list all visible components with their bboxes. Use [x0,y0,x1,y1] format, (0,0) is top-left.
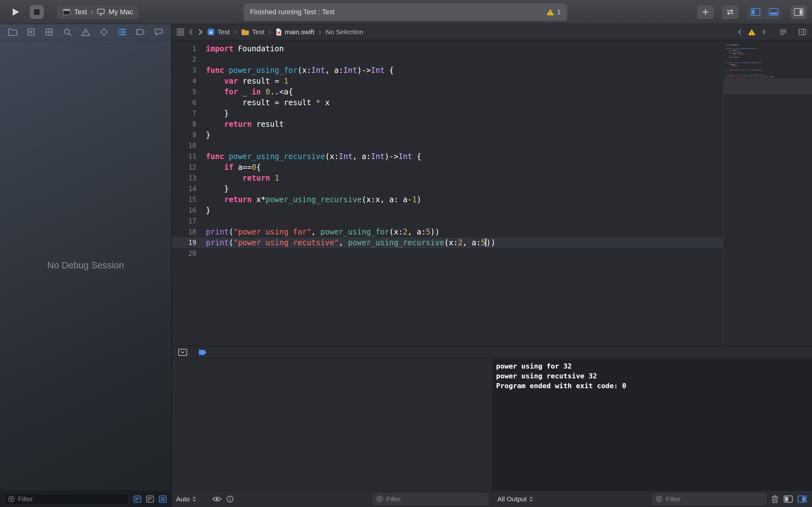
variables-filter-field[interactable] [373,493,488,505]
breakpoint-navigator-tab[interactable] [135,26,146,38]
console-output[interactable]: power using for 32power using recutsive … [493,359,812,491]
scheme-selector[interactable]: Test › My Mac [57,5,139,19]
report-navigator-tab[interactable] [153,26,164,38]
variables-list[interactable] [171,359,493,491]
breadcrumb-separator: › [319,28,321,36]
console-view-bar: All Output [493,491,812,507]
print-description-button[interactable] [226,495,234,503]
panel-toggle-group [747,5,782,19]
clear-console-button[interactable] [771,495,779,503]
debug-panel-icon [768,8,779,16]
debug-filter-button-3[interactable] [159,495,167,503]
toggle-inspector-button[interactable] [791,5,807,19]
toggle-debug-area-button[interactable] [764,5,782,19]
filter-icon [376,496,383,503]
activate-breakpoints-button[interactable] [198,349,207,355]
destination-mac-icon [97,9,105,15]
breadcrumb-group[interactable]: Test [241,28,264,36]
panel-lines-icon [133,495,142,503]
console-filter-input[interactable] [665,495,763,503]
toggle-navigator-button[interactable] [747,5,764,19]
plus-icon [702,8,709,16]
project-navigator-tab[interactable] [7,26,18,38]
navigator-tab-bar [0,24,171,40]
inspector-panel-icon [794,8,804,16]
filter-icon [656,496,663,503]
search-icon [63,28,72,37]
line-number-gutter[interactable]: 1234567891011121314151617181920 [171,43,196,346]
test-navigator-tab[interactable] [98,26,110,38]
toggle-console-view-button[interactable] [798,495,807,503]
breadcrumb-file[interactable]: main.swift [275,28,314,36]
status-message: Finished running Test : Test [250,8,335,16]
debug-bar [171,346,812,359]
scheme-target-icon [63,9,70,15]
find-navigator-tab[interactable] [62,26,73,38]
grid-icon [45,28,54,36]
navigator-panel-icon [751,8,761,16]
swift-file-icon [275,28,282,36]
code-lines[interactable]: import Foundationfunc power_using_for(x:… [196,43,723,346]
next-issue-button[interactable] [761,29,766,36]
warning-triangle-icon [81,28,90,36]
popup-chevrons-icon [529,496,533,502]
issue-navigator-tab[interactable] [80,26,91,38]
previous-issue-button[interactable] [737,29,742,36]
related-items-icon [177,28,184,36]
variables-filter-input[interactable] [386,495,485,503]
debug-filter-button-1[interactable] [133,495,142,503]
variables-scope-popup[interactable]: Auto [176,495,196,503]
console-scope-label: All Output [497,495,526,503]
hide-debug-area-button[interactable] [178,349,188,356]
add-editor-button[interactable] [798,29,807,36]
source-control-navigator-tab[interactable] [26,26,37,38]
issue-counter[interactable]: 1 [547,8,561,16]
empty-state-message: No Debug Session [47,260,124,271]
diamond-icon [100,28,108,36]
code-review-button[interactable] [722,5,739,19]
variables-view: Auto [171,359,493,507]
console-filter-field[interactable] [652,493,766,505]
popup-chevrons-icon [192,496,196,502]
debug-panes: Auto [171,359,812,507]
debug-navigator-tab[interactable] [116,26,128,38]
left-pane-icon [783,495,793,503]
jump-bar-right-group [737,29,807,36]
breadcrumb-selection[interactable]: No Selection [325,28,363,36]
toggle-variables-view-button[interactable] [783,495,793,503]
library-button[interactable] [697,5,714,19]
related-items-button[interactable] [177,28,184,36]
breadcrumb-separator: › [235,28,237,36]
source-editor[interactable]: 1234567891011121314151617181920 import F… [171,40,723,346]
navigator-filter-field[interactable] [4,493,129,505]
toolbar: Test › My Mac Finished running Test : Te… [0,0,812,24]
breadcrumb-separator: › [269,28,271,36]
minimap[interactable]: import Foundationfunc power_using_for(x:… [723,40,812,346]
go-back-button[interactable] [188,28,194,36]
warning-count: 1 [557,8,561,16]
stop-button[interactable] [30,5,44,19]
debug-filter-button-2[interactable] [146,495,154,503]
activity-viewer[interactable]: Finished running Test : Test 1 [244,3,567,21]
quick-look-button[interactable] [212,496,222,502]
stop-icon [34,9,40,15]
panel-lines-icon [159,495,167,503]
navigator-filter-input[interactable] [17,495,125,503]
speech-bubble-icon [154,28,163,36]
play-icon [10,7,20,17]
lines-icon [779,29,787,36]
console-scope-popup[interactable]: All Output [497,495,533,503]
symbol-navigator-tab[interactable] [44,26,55,38]
go-forward-button[interactable] [198,28,203,36]
breadcrumb-project[interactable]: Test [207,28,230,36]
toolbar-right-group [697,5,807,19]
split-editor-icon [798,29,807,36]
breadcrumb-file-label: main.swift [285,28,314,36]
run-button[interactable] [7,4,23,20]
editor-row: 1234567891011121314151617181920 import F… [171,40,812,346]
editor-options-button[interactable] [779,29,787,36]
arrows-swap-icon [726,9,734,15]
debug-area: Auto [171,346,812,507]
warning-icon[interactable] [748,29,756,36]
box-x-icon [27,28,36,36]
